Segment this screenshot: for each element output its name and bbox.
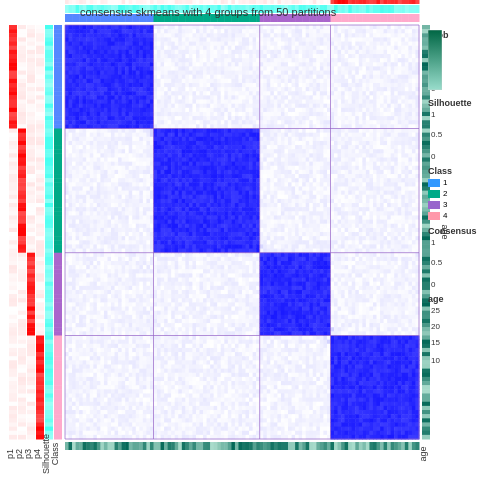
class-swatch-4	[428, 212, 440, 220]
main-container: consensus skmeans with 4 groups from 50 …	[0, 0, 504, 504]
consensus-legend: Consensus 1 0.5 0	[428, 226, 500, 288]
class-items: 1 2 3 4	[428, 178, 500, 220]
class-label-3: 3	[443, 200, 447, 209]
class-swatch-3	[428, 201, 440, 209]
age-label-15: 15	[431, 338, 440, 347]
silhouette-legend: Silhouette 1 0.5 0	[428, 98, 500, 160]
age-label-25: 25	[431, 306, 440, 315]
cons-label-05: 0.5	[431, 258, 442, 267]
class-item-2: 2	[428, 189, 500, 198]
silh-label-05: 0.5	[431, 130, 442, 139]
cons-label-0: 0	[431, 280, 435, 289]
age-label-10: 10	[431, 356, 440, 365]
class-legend-title: Class	[428, 166, 500, 176]
class-swatch-2	[428, 190, 440, 198]
class-label-4: 4	[443, 211, 447, 220]
chart-title: consensus skmeans with 4 groups from 50 …	[80, 6, 336, 18]
class-item-3: 3	[428, 200, 500, 209]
class-item-1: 1	[428, 178, 500, 187]
class-legend: Class 1 2 3 4	[428, 166, 500, 220]
age-legend-title: age	[428, 294, 500, 304]
class-item-4: 4	[428, 211, 500, 220]
class-swatch-1	[428, 179, 440, 187]
age-label-20: 20	[431, 322, 440, 331]
class-label-2: 2	[443, 189, 447, 198]
legend-area: Prob 1 0.5 0 Silhouette 1 0.5 0	[428, 30, 500, 372]
silhouette-legend-title: Silhouette	[428, 98, 500, 108]
consensus-legend-title: Consensus	[428, 226, 500, 236]
age-legend: age 25 20 15 10	[428, 294, 500, 366]
age-gradient	[428, 30, 442, 90]
cons-label-1: 1	[431, 238, 435, 247]
silh-label-0: 0	[431, 152, 435, 161]
silh-label-1: 1	[431, 110, 435, 119]
class-label-1: 1	[443, 178, 447, 187]
